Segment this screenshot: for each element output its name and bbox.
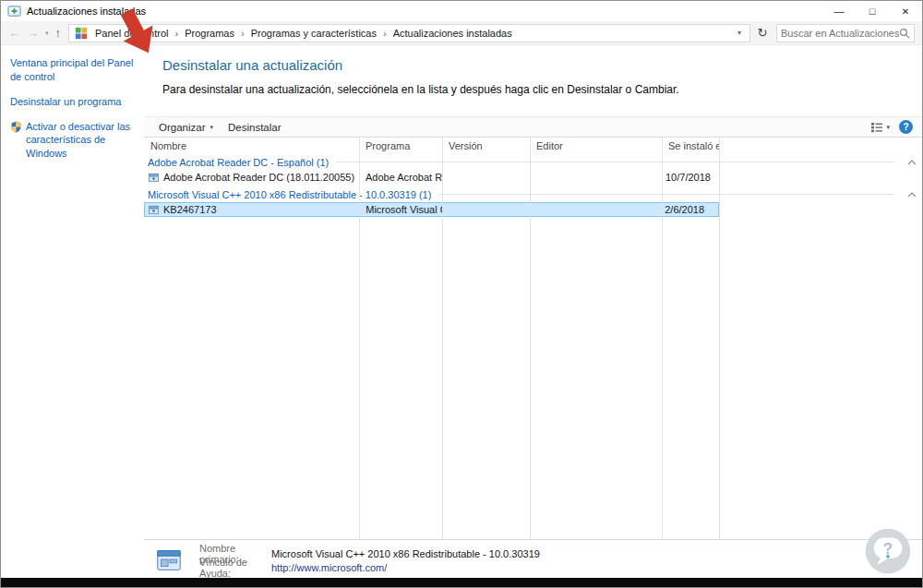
maximize-button[interactable]: □ — [856, 1, 889, 21]
sidebar-item-label: Activar o desactivar las características… — [26, 120, 134, 162]
navigation-bar: ← → ▾ ↑ Panel de control › Programas › P… — [1, 21, 922, 45]
column-divider[interactable] — [530, 138, 531, 539]
column-header-name[interactable]: Nombre — [144, 140, 359, 151]
main-content: Desinstalar una actualización Para desin… — [139, 45, 922, 580]
breadcrumb-separator-icon: › — [238, 28, 247, 39]
group-label: Microsoft Visual C++ 2010 x86 Redistribu… — [148, 189, 431, 200]
location-icon — [75, 27, 88, 40]
uac-shield-icon — [10, 121, 22, 133]
table-row-adobe-update[interactable]: Adobe Acrobat Reader DC (18.011.20055) A… — [144, 170, 719, 185]
primary-name-value: Microsoft Visual C++ 2010 x86 Redistribu… — [271, 548, 540, 559]
address-dropdown-icon[interactable]: ▾ — [733, 29, 746, 37]
chevron-down-icon: ▾ — [886, 124, 890, 131]
update-package-icon — [149, 205, 159, 215]
table-row-kb2467173[interactable]: KB2467173 Microsoft Visual C+... 2/6/201… — [144, 202, 719, 217]
window: Actualizaciones instaladas — □ ✕ ← → ▾ ↑… — [0, 0, 923, 588]
group-rule — [438, 194, 894, 195]
sidebar: Ventana principal del Panel de control D… — [1, 45, 139, 580]
group-rule — [336, 162, 894, 162]
search-input[interactable] — [781, 28, 899, 39]
breadcrumb-programs[interactable]: Programas — [181, 28, 238, 39]
row-installed-on: 2/6/2018 — [661, 204, 718, 215]
collapse-chevron-icon[interactable] — [902, 160, 922, 165]
collapse-chevron-icon[interactable] — [902, 192, 922, 198]
column-header-program[interactable]: Programa — [359, 140, 442, 151]
help-link-label: Vínculo de Ayuda: — [199, 557, 271, 579]
refresh-icon[interactable]: ↻ — [752, 24, 773, 42]
selected-update-icon — [155, 546, 183, 574]
close-button[interactable]: ✕ — [889, 1, 922, 21]
organize-button[interactable]: Organizar ▾ — [151, 117, 221, 137]
window-title: Actualizaciones instaladas — [27, 6, 822, 17]
column-divider[interactable] — [662, 138, 663, 539]
column-header-version[interactable]: Versión — [442, 140, 530, 151]
breadcrumb-separator-icon: › — [173, 28, 182, 39]
row-installed-on: 10/7/2018 — [662, 172, 719, 183]
row-name: KB2467173 — [163, 204, 217, 215]
group-label: Adobe Acrobat Reader DC - Español (1) — [148, 157, 329, 168]
breadcrumb-programs-features[interactable]: Programas y características — [247, 28, 380, 39]
group-header-msvc[interactable]: Microsoft Visual C++ 2010 x86 Redistribu… — [144, 186, 922, 202]
sidebar-item-uninstall-program[interactable]: Desinstalar un programa — [10, 95, 134, 109]
column-divider[interactable] — [719, 138, 720, 539]
change-view-button[interactable]: ▾ — [870, 122, 890, 133]
search-box — [776, 24, 915, 42]
column-header-installed-on[interactable]: Se instaló el — [662, 140, 719, 151]
list-header: Nombre Programa Versión Editor Se instal… — [144, 138, 922, 154]
update-package-icon — [149, 173, 159, 183]
breadcrumb-separator-icon: › — [380, 28, 390, 39]
help-link-value[interactable]: http://www.microsoft.com/ — [271, 562, 387, 573]
forward-icon[interactable]: → — [27, 26, 39, 40]
row-program: Microsoft Visual C+... — [359, 204, 442, 215]
page-title: Desinstalar una actualización — [162, 57, 342, 73]
list-view-icon — [870, 122, 883, 133]
uninstall-label: Desinstalar — [228, 122, 282, 133]
help-button[interactable]: ? — [899, 120, 913, 134]
watermark-logo: ? — [863, 526, 913, 576]
breadcrumb-installed-updates[interactable]: Actualizaciones instaladas — [390, 28, 516, 39]
history-dropdown-icon[interactable]: ▾ — [45, 30, 49, 37]
address-bar[interactable]: Panel de control › Programas › Programas… — [68, 24, 750, 42]
group-header-adobe[interactable]: Adobe Acrobat Reader DC - Español (1) — [144, 154, 922, 170]
command-bar: Organizar ▾ Desinstalar ▾ ? — [144, 116, 922, 138]
chevron-down-icon: ▾ — [210, 124, 214, 131]
bottom-strip — [1, 578, 922, 587]
sidebar-item-control-panel-home[interactable]: Ventana principal del Panel de control — [10, 56, 134, 84]
uninstall-button[interactable]: Desinstalar — [221, 117, 289, 137]
column-header-editor[interactable]: Editor — [530, 140, 662, 151]
row-name: Adobe Acrobat Reader DC (18.011.20055) — [163, 172, 354, 183]
sidebar-item-label: Ventana principal del Panel de control — [10, 56, 134, 84]
app-icon — [7, 5, 21, 18]
up-icon[interactable]: ↑ — [55, 26, 62, 40]
page-description: Para desinstalar una actualización, sele… — [162, 83, 679, 96]
title-bar: Actualizaciones instaladas — □ ✕ — [1, 1, 922, 21]
details-pane: Nombre primario: Microsoft Visual C++ 20… — [144, 539, 922, 580]
minimize-button[interactable]: — — [822, 1, 856, 21]
row-program: Adobe Acrobat Rea... — [359, 172, 442, 183]
column-divider[interactable] — [359, 138, 360, 539]
search-icon — [899, 28, 910, 39]
organize-label: Organizar — [159, 122, 206, 133]
breadcrumb-control-panel[interactable]: Panel de control — [91, 28, 173, 39]
column-divider[interactable] — [442, 138, 443, 539]
sidebar-item-label: Desinstalar un programa — [10, 95, 121, 109]
updates-list: Nombre Programa Versión Editor Se instal… — [144, 138, 922, 539]
sidebar-item-windows-features[interactable]: Activar o desactivar las características… — [10, 120, 134, 162]
back-icon[interactable]: ← — [8, 26, 20, 40]
